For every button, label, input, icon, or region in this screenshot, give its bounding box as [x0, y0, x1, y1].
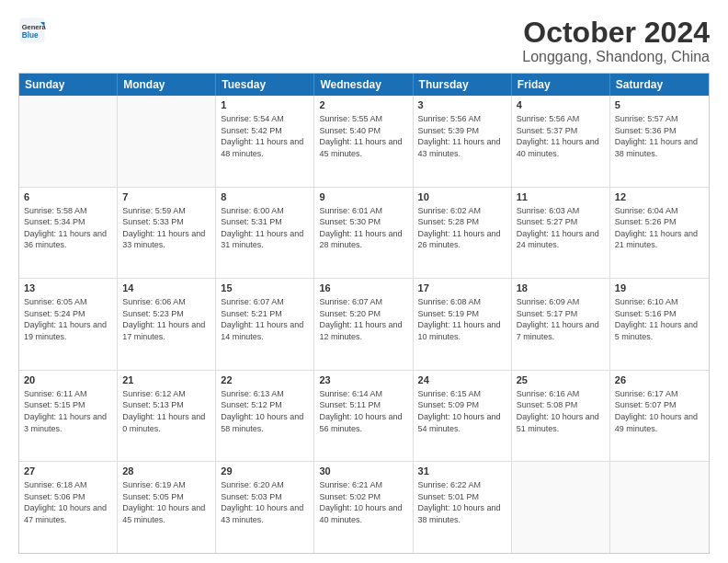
day-cell-21: 21Sunrise: 6:12 AM Sunset: 5:13 PM Dayli… [118, 371, 216, 462]
day-info: Sunrise: 6:17 AM Sunset: 5:07 PM Dayligh… [615, 388, 704, 434]
day-number: 22 [221, 373, 309, 387]
day-number: 23 [319, 373, 407, 387]
day-info: Sunrise: 6:04 AM Sunset: 5:26 PM Dayligh… [615, 205, 704, 251]
day-cell-23: 23Sunrise: 6:14 AM Sunset: 5:11 PM Dayli… [314, 371, 413, 462]
day-cell-20: 20Sunrise: 6:11 AM Sunset: 5:15 PM Dayli… [19, 371, 118, 462]
day-info: Sunrise: 6:12 AM Sunset: 5:13 PM Dayligh… [122, 388, 210, 434]
day-number: 18 [517, 282, 605, 295]
day-info: Sunrise: 6:01 AM Sunset: 5:30 PM Dayligh… [319, 205, 407, 251]
day-number: 1 [221, 98, 309, 112]
day-info: Sunrise: 6:15 AM Sunset: 5:09 PM Dayligh… [418, 388, 506, 434]
day-number: 31 [418, 465, 506, 478]
day-info: Sunrise: 5:58 AM Sunset: 5:34 PM Dayligh… [24, 205, 112, 251]
day-info: Sunrise: 6:07 AM Sunset: 5:21 PM Dayligh… [221, 296, 309, 342]
day-cell-1: 1Sunrise: 5:54 AM Sunset: 5:42 PM Daylig… [216, 96, 314, 187]
day-cell-29: 29Sunrise: 6:20 AM Sunset: 5:03 PM Dayli… [216, 462, 314, 553]
svg-text:Blue: Blue [22, 31, 39, 40]
day-number: 16 [319, 282, 407, 295]
day-cell-22: 22Sunrise: 6:13 AM Sunset: 5:12 PM Dayli… [216, 371, 314, 462]
day-number: 13 [24, 282, 112, 295]
day-number: 27 [24, 465, 112, 478]
day-cell-13: 13Sunrise: 6:05 AM Sunset: 5:24 PM Dayli… [19, 279, 118, 370]
day-info: Sunrise: 6:20 AM Sunset: 5:03 PM Dayligh… [221, 479, 309, 525]
calendar-week-3: 13Sunrise: 6:05 AM Sunset: 5:24 PM Dayli… [19, 279, 709, 371]
calendar: SundayMondayTuesdayWednesdayThursdayFrid… [18, 73, 710, 554]
calendar-week-2: 6Sunrise: 5:58 AM Sunset: 5:34 PM Daylig… [19, 188, 709, 280]
day-cell-25: 25Sunrise: 6:16 AM Sunset: 5:08 PM Dayli… [512, 371, 610, 462]
title-block: October 2024 Longgang, Shandong, China [522, 17, 710, 65]
day-number: 24 [418, 373, 506, 387]
day-cell-18: 18Sunrise: 6:09 AM Sunset: 5:17 PM Dayli… [512, 279, 610, 370]
day-cell-30: 30Sunrise: 6:21 AM Sunset: 5:02 PM Dayli… [314, 462, 413, 553]
day-cell-12: 12Sunrise: 6:04 AM Sunset: 5:26 PM Dayli… [610, 188, 709, 279]
day-info: Sunrise: 6:21 AM Sunset: 5:02 PM Dayligh… [319, 479, 407, 525]
day-cell-27: 27Sunrise: 6:18 AM Sunset: 5:06 PM Dayli… [19, 462, 118, 553]
day-info: Sunrise: 6:08 AM Sunset: 5:19 PM Dayligh… [418, 296, 506, 342]
day-cell-31: 31Sunrise: 6:22 AM Sunset: 5:01 PM Dayli… [414, 462, 512, 553]
day-number: 30 [319, 465, 407, 478]
day-info: Sunrise: 6:18 AM Sunset: 5:06 PM Dayligh… [24, 479, 112, 525]
day-info: Sunrise: 6:05 AM Sunset: 5:24 PM Dayligh… [24, 296, 112, 342]
day-cell-17: 17Sunrise: 6:08 AM Sunset: 5:19 PM Dayli… [414, 279, 512, 370]
day-number: 7 [122, 190, 210, 204]
calendar-body: 1Sunrise: 5:54 AM Sunset: 5:42 PM Daylig… [19, 96, 709, 553]
header-day-wednesday: Wednesday [314, 74, 413, 96]
day-info: Sunrise: 6:16 AM Sunset: 5:08 PM Dayligh… [517, 388, 605, 434]
header-day-saturday: Saturday [610, 74, 709, 96]
day-number: 26 [615, 373, 704, 387]
day-cell-14: 14Sunrise: 6:06 AM Sunset: 5:23 PM Dayli… [118, 279, 216, 370]
day-info: Sunrise: 6:07 AM Sunset: 5:20 PM Dayligh… [319, 296, 407, 342]
day-info: Sunrise: 6:11 AM Sunset: 5:15 PM Dayligh… [24, 388, 112, 434]
page-header: General Blue October 2024 Longgang, Shan… [18, 17, 710, 65]
location-title: Longgang, Shandong, China [522, 49, 710, 65]
day-info: Sunrise: 6:10 AM Sunset: 5:16 PM Dayligh… [615, 296, 704, 342]
day-cell-6: 6Sunrise: 5:58 AM Sunset: 5:34 PM Daylig… [19, 188, 118, 279]
calendar-week-1: 1Sunrise: 5:54 AM Sunset: 5:42 PM Daylig… [19, 96, 709, 188]
day-number: 5 [615, 98, 704, 112]
day-cell-10: 10Sunrise: 6:02 AM Sunset: 5:28 PM Dayli… [414, 188, 512, 279]
calendar-header: SundayMondayTuesdayWednesdayThursdayFrid… [19, 74, 709, 96]
logo: General Blue [18, 17, 46, 44]
day-number: 17 [418, 282, 506, 295]
day-info: Sunrise: 6:14 AM Sunset: 5:11 PM Dayligh… [319, 388, 407, 434]
day-cell-2: 2Sunrise: 5:55 AM Sunset: 5:40 PM Daylig… [314, 96, 413, 187]
empty-cell [610, 462, 709, 553]
day-number: 3 [418, 98, 506, 112]
day-cell-8: 8Sunrise: 6:00 AM Sunset: 5:31 PM Daylig… [216, 188, 314, 279]
empty-cell [118, 96, 216, 187]
empty-cell [19, 96, 118, 187]
day-info: Sunrise: 6:22 AM Sunset: 5:01 PM Dayligh… [418, 479, 506, 525]
header-day-thursday: Thursday [414, 74, 512, 96]
day-number: 29 [221, 465, 309, 478]
header-day-monday: Monday [118, 74, 216, 96]
day-number: 20 [24, 373, 112, 387]
day-number: 19 [615, 282, 704, 295]
day-cell-19: 19Sunrise: 6:10 AM Sunset: 5:16 PM Dayli… [610, 279, 709, 370]
day-cell-3: 3Sunrise: 5:56 AM Sunset: 5:39 PM Daylig… [414, 96, 512, 187]
day-info: Sunrise: 6:19 AM Sunset: 5:05 PM Dayligh… [122, 479, 210, 525]
day-number: 25 [517, 373, 605, 387]
day-info: Sunrise: 6:09 AM Sunset: 5:17 PM Dayligh… [517, 296, 605, 342]
day-info: Sunrise: 5:56 AM Sunset: 5:37 PM Dayligh… [517, 113, 605, 159]
day-info: Sunrise: 5:55 AM Sunset: 5:40 PM Dayligh… [319, 113, 407, 159]
day-number: 14 [122, 282, 210, 295]
day-number: 15 [221, 282, 309, 295]
day-cell-15: 15Sunrise: 6:07 AM Sunset: 5:21 PM Dayli… [216, 279, 314, 370]
day-number: 8 [221, 190, 309, 204]
calendar-week-4: 20Sunrise: 6:11 AM Sunset: 5:15 PM Dayli… [19, 371, 709, 463]
day-info: Sunrise: 6:00 AM Sunset: 5:31 PM Dayligh… [221, 205, 309, 251]
day-cell-5: 5Sunrise: 5:57 AM Sunset: 5:36 PM Daylig… [610, 96, 709, 187]
day-cell-11: 11Sunrise: 6:03 AM Sunset: 5:27 PM Dayli… [512, 188, 610, 279]
header-day-tuesday: Tuesday [216, 74, 314, 96]
day-cell-24: 24Sunrise: 6:15 AM Sunset: 5:09 PM Dayli… [414, 371, 512, 462]
day-number: 10 [418, 190, 506, 204]
logo-icon: General Blue [18, 17, 46, 44]
day-number: 11 [517, 190, 605, 204]
header-day-friday: Friday [512, 74, 610, 96]
day-number: 12 [615, 190, 704, 204]
month-title: October 2024 [522, 17, 710, 49]
day-info: Sunrise: 5:54 AM Sunset: 5:42 PM Dayligh… [221, 113, 309, 159]
day-cell-4: 4Sunrise: 5:56 AM Sunset: 5:37 PM Daylig… [512, 96, 610, 187]
header-day-sunday: Sunday [19, 74, 118, 96]
day-number: 28 [122, 465, 210, 478]
